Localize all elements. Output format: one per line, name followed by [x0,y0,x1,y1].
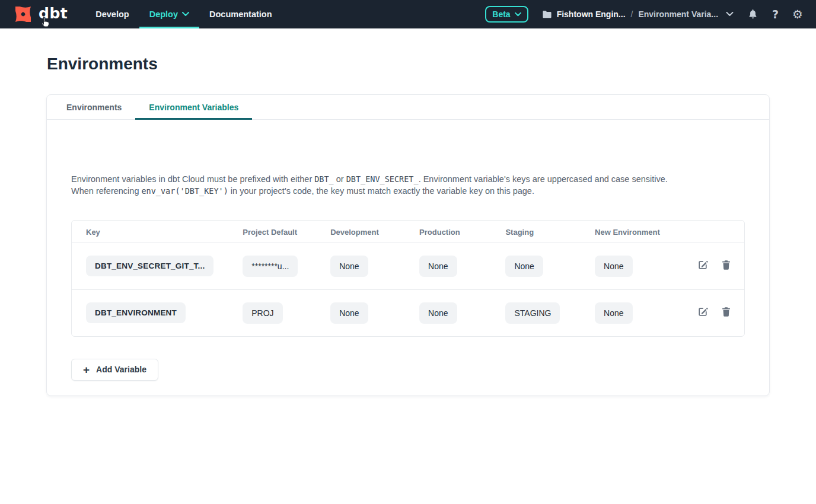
production-value-badge: None [419,302,457,324]
delete-variable-button[interactable] [721,306,731,320]
code-dbt-prefix: DBT_ [314,174,334,184]
dbt-logo[interactable]: dbt [12,0,68,28]
plus-icon: + [83,364,90,375]
beta-label: Beta [492,9,510,19]
add-variable-label: Add Variable [96,365,146,374]
tab-environments[interactable]: Environments [53,95,135,119]
code-env-var: env_var('DBT_KEY') [141,186,228,196]
column-header-actions [680,221,744,243]
description-text: Environment variables in dbt Cloud must … [71,173,691,197]
breadcrumb-separator: / [631,9,633,19]
table-row: DBT_ENV_SECRET_GIT_T... ********u... Non… [72,243,744,289]
environment-variables-table: Key Project Default Development Producti… [71,220,745,337]
column-header-key: Key [72,221,235,243]
breadcrumb-project[interactable]: Fishtown Engin... [542,9,626,19]
page-title: Environments [47,55,770,74]
nav-item-deploy-label: Deploy [149,9,178,19]
beta-dropdown[interactable]: Beta [485,6,528,23]
breadcrumb-project-label: Fishtown Engin... [557,9,626,19]
folder-icon [542,10,552,19]
nav-icon-group: ? ⚙ [747,8,803,21]
variable-key-badge: DBT_ENVIRONMENT [86,302,186,323]
description-part-1: Environment variables in dbt Cloud must … [71,174,314,184]
variable-key-badge: DBT_ENV_SECRET_GIT_T... [86,256,213,276]
main-content: Environments Environments Environment Va… [0,55,816,396]
table-row: DBT_ENVIRONMENT PROJ None None STAGING N… [72,289,744,336]
bell-icon [747,8,758,20]
edit-variable-button[interactable] [697,259,709,273]
notifications-button[interactable] [747,8,758,20]
breadcrumb-page[interactable]: Environment Varia... [638,9,718,19]
chevron-down-icon [515,12,521,17]
column-header-production: Production [412,221,498,243]
top-nav: dbt Develop Deploy Documentation Beta [0,0,816,28]
new-environment-value-badge: None [595,302,632,324]
column-header-project-default: Project Default [235,221,323,243]
new-environment-value-badge: None [595,256,632,277]
dbt-logo-icon [12,3,34,25]
chevron-down-icon [182,12,189,17]
nav-item-develop[interactable]: Develop [85,0,139,28]
edit-icon [697,259,709,271]
description-part-2: or [334,174,346,184]
gear-icon: ⚙ [792,8,803,20]
edit-icon [697,306,709,318]
project-default-badge: PROJ [243,302,282,324]
tab-environment-variables[interactable]: Environment Variables [135,95,252,119]
trash-icon [721,259,731,271]
code-dbt-env-secret-prefix: DBT_ENV_SECRET_ [346,174,419,184]
development-value-badge: None [330,302,368,324]
help-button[interactable]: ? [772,8,779,21]
development-value-badge: None [330,256,368,277]
column-header-new-environment: New Environment [588,221,680,243]
production-value-badge: None [419,256,457,277]
primary-nav: Develop Deploy Documentation [85,0,282,28]
column-header-staging: Staging [498,221,588,243]
staging-value-badge: None [505,256,543,277]
table-header-row: Key Project Default Development Producti… [72,221,744,243]
nav-item-deploy[interactable]: Deploy [139,0,199,28]
breadcrumb-dropdown[interactable] [726,12,734,17]
column-header-development: Development [323,221,412,243]
staging-value-badge: STAGING [505,302,560,324]
description-part-4: in your project's code, the key must mat… [228,186,534,196]
environments-card: Environments Environment Variables Envir… [46,94,770,396]
tab-bar: Environments Environment Variables [47,95,769,120]
tab-panel-environment-variables: Environment variables in dbt Cloud must … [47,120,769,395]
trash-icon [721,306,731,318]
project-default-badge: ********u... [243,256,298,277]
edit-variable-button[interactable] [697,306,709,320]
nav-item-documentation[interactable]: Documentation [199,0,282,28]
add-variable-button[interactable]: + Add Variable [71,359,158,381]
breadcrumb: Fishtown Engin... / Environment Varia... [542,9,734,19]
settings-button[interactable]: ⚙ [792,8,803,20]
chevron-down-icon [726,12,734,17]
delete-variable-button[interactable] [721,259,731,273]
help-icon: ? [772,8,779,21]
dbt-logo-text: dbt [39,5,68,24]
